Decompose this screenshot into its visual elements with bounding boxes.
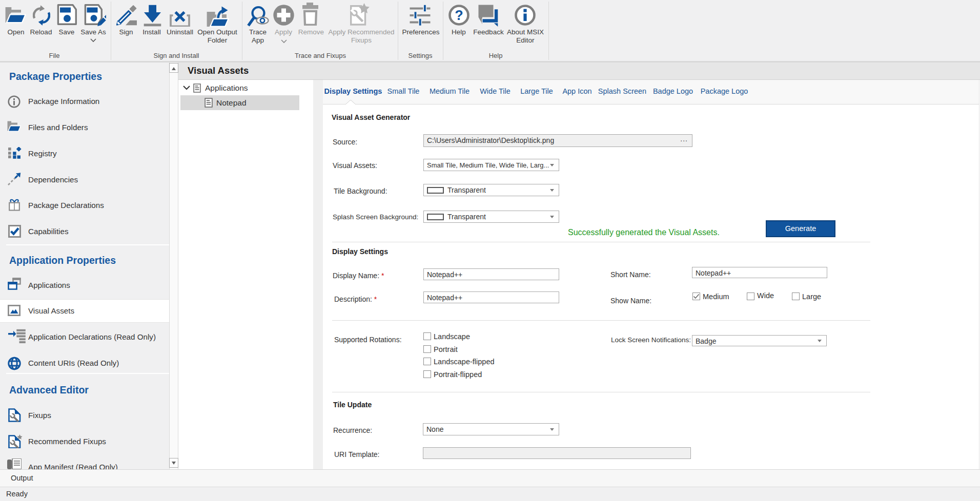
svg-text:?: ? [455,8,463,23]
